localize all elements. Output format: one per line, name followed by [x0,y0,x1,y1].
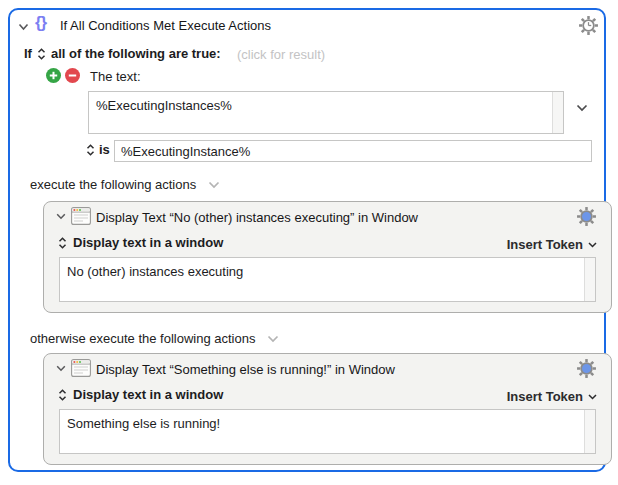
display-text-field-wrap: Something else is running! [59,409,596,454]
click-for-result-hint[interactable]: (click for result) [237,47,325,62]
field-options-chevron-icon[interactable] [576,104,588,112]
action-title: If All Conditions Met Execute Actions [60,18,271,33]
action-header[interactable]: Display Text “Something else is running!… [44,354,611,384]
gear-icon[interactable] [576,358,597,379]
display-text-field-wrap: No (other) instances executing [59,257,596,302]
condition-text-field-wrap: %ExecutingInstances% [88,91,564,134]
action-title: Display Text “Something else is running!… [96,362,395,377]
field-scrollbar[interactable] [584,258,595,301]
condition-subject-label: The text: [90,69,141,84]
window-icon [71,359,91,377]
insert-token-dropdown[interactable]: Insert Token [507,237,597,252]
insert-token-label: Insert Token [507,389,583,404]
add-condition-button[interactable] [46,68,61,83]
comparison-field[interactable] [115,141,591,161]
display-text-field[interactable]: No (other) instances executing [60,258,595,301]
operator-label: is [99,142,110,157]
display-text-action-1[interactable]: Display Text “No (other) instances execu… [43,201,612,313]
macro-editor-canvas: {} If All Conditions Met Execute Actions… [0,0,618,485]
remove-condition-button[interactable] [65,68,80,83]
execute-section-label: execute the following actions [30,177,196,192]
gear-icon[interactable] [578,15,599,36]
operator-popup[interactable] [86,144,95,156]
insert-token-dropdown[interactable]: Insert Token [507,389,597,404]
if-label: If [24,46,32,61]
otherwise-collapse-chevron-icon[interactable] [267,335,279,343]
display-mode-popup[interactable] [58,237,67,249]
display-text-field[interactable]: Something else is running! [60,410,595,453]
field-scrollbar[interactable] [584,410,595,453]
otherwise-section-label: otherwise execute the following actions [30,331,255,346]
braces-icon: {} [35,13,46,33]
field-scrollbar[interactable] [552,92,563,133]
window-icon [71,207,91,225]
display-text-action-2[interactable]: Display Text “Something else is running!… [43,353,612,465]
insert-token-label: Insert Token [507,237,583,252]
action-header[interactable]: Display Text “No (other) instances execu… [44,202,611,232]
collapse-chevron-icon[interactable] [56,213,66,220]
collapse-chevron-icon[interactable] [18,23,29,31]
match-popup[interactable] [37,48,46,60]
display-mode-label: Display text in a window [73,387,223,402]
execute-collapse-chevron-icon[interactable] [208,181,220,189]
action-title: Display Text “No (other) instances execu… [96,210,418,225]
comparison-field-wrap [114,140,592,162]
display-mode-label: Display text in a window [73,235,223,250]
display-mode-popup[interactable] [58,389,67,401]
condition-text-field[interactable]: %ExecutingInstances% [89,92,563,133]
match-label: all of the following are true: [51,46,221,61]
if-action-block[interactable]: {} If All Conditions Met Execute Actions… [8,8,606,472]
collapse-chevron-icon[interactable] [56,365,66,372]
gear-icon[interactable] [576,206,597,227]
